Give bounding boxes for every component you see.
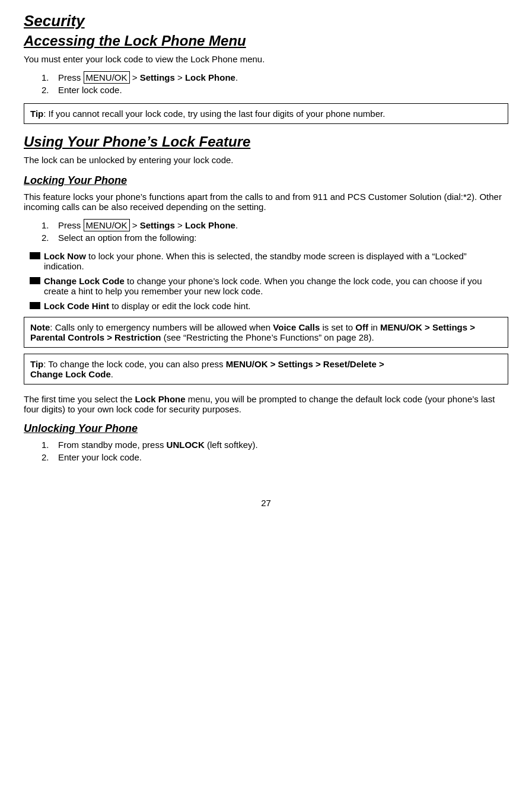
step-num: 1. bbox=[42, 220, 58, 230]
section3-step1: 1. From standby mode, press UNLOCK (left… bbox=[42, 440, 508, 450]
locking-steps: 1. Press MENU/OK > Settings > Lock Phone… bbox=[42, 220, 508, 243]
menu-ok-box1: MENU/OK bbox=[84, 71, 130, 84]
locking-step1-content: Press MENU/OK > Settings > Lock Phone. bbox=[58, 220, 508, 230]
section1-intro: You must enter your lock code to view th… bbox=[24, 54, 508, 64]
lock-phone-label1: Lock Phone bbox=[185, 72, 235, 82]
step-num: 2. bbox=[42, 85, 58, 95]
section3-steps: 1. From standby mode, press UNLOCK (left… bbox=[42, 440, 508, 462]
note-label: Note bbox=[30, 322, 50, 332]
lock-phone-label2: Lock Phone bbox=[185, 220, 235, 230]
section1-heading: Accessing the Lock Phone Menu bbox=[24, 33, 508, 49]
section1-step1: 1. Press MENU/OK > Settings > Lock Phone… bbox=[42, 72, 508, 82]
step-num: 2. bbox=[42, 452, 58, 462]
section1-steps: 1. Press MENU/OK > Settings > Lock Phone… bbox=[42, 72, 508, 95]
step-num: 1. bbox=[42, 440, 58, 450]
tip-text-2: : To change the lock code, you can also … bbox=[30, 359, 384, 379]
step-num: 1. bbox=[42, 72, 58, 82]
bullet-text-3: Lock Code Hint to display or edit the lo… bbox=[44, 301, 251, 311]
bullet-icon-2 bbox=[30, 277, 40, 284]
menu-ok-box2: MENU/OK bbox=[84, 219, 130, 231]
step1-content: Press MENU/OK > Settings > Lock Phone. bbox=[58, 72, 508, 82]
locking-heading: Locking Your Phone bbox=[24, 174, 508, 187]
settings-label1: Settings bbox=[140, 72, 175, 82]
bullet-icon-3 bbox=[30, 302, 40, 309]
step2-content: Enter lock code. bbox=[58, 85, 508, 95]
tip-box-1: Tip: If you cannot recall your lock code… bbox=[24, 103, 508, 124]
section3-step2-content: Enter your lock code. bbox=[58, 452, 508, 462]
locking-step2-content: Select an option from the following: bbox=[58, 233, 508, 243]
lock-phone-body: The first time you select the Lock Phone… bbox=[24, 394, 508, 414]
bullet-item-1: Lock Now to lock your phone. When this i… bbox=[30, 251, 508, 271]
section2-heading: Using Your Phone’s Lock Feature bbox=[24, 134, 508, 150]
section2-intro: The lock can be unlocked by entering you… bbox=[24, 155, 508, 165]
section3-step2: 2. Enter your lock code. bbox=[42, 452, 508, 462]
note-box: Note: Calls only to emergency numbers wi… bbox=[24, 317, 508, 348]
bullet-item-3: Lock Code Hint to display or edit the lo… bbox=[30, 301, 508, 311]
locking-step2: 2. Select an option from the following: bbox=[42, 233, 508, 243]
bullet-icon-1 bbox=[30, 252, 40, 259]
section3-step1-content: From standby mode, press UNLOCK (left so… bbox=[58, 440, 508, 450]
page-title: Security bbox=[24, 12, 508, 30]
bullet-item-2: Change Lock Code to change your phone’s … bbox=[30, 276, 508, 296]
settings-label2: Settings bbox=[140, 220, 175, 230]
bullet-text-2: Change Lock Code to change your phone’s … bbox=[44, 276, 508, 296]
page-number: 27 bbox=[24, 498, 508, 508]
bullet-text-1: Lock Now to lock your phone. When this i… bbox=[44, 251, 508, 271]
step-num: 2. bbox=[42, 233, 58, 243]
tip-label-2: Tip bbox=[30, 359, 43, 369]
tip-box-2: Tip: To change the lock code, you can al… bbox=[24, 354, 508, 384]
note-text: : Calls only to emergency numbers will b… bbox=[30, 322, 475, 342]
tip-text-1: : If you cannot recall your lock code, t… bbox=[43, 109, 385, 119]
tip-label-1: Tip bbox=[30, 109, 43, 119]
locking-intro: This feature locks your phone’s function… bbox=[24, 192, 508, 212]
bullet-list: Lock Now to lock your phone. When this i… bbox=[30, 251, 508, 311]
section1-step2: 2. Enter lock code. bbox=[42, 85, 508, 95]
locking-step1: 1. Press MENU/OK > Settings > Lock Phone… bbox=[42, 220, 508, 230]
section3-heading: Unlocking Your Phone bbox=[24, 422, 508, 435]
